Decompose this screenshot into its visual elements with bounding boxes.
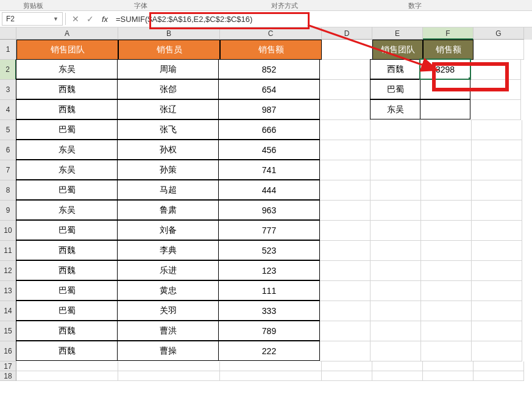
row-header-4[interactable]: 4 xyxy=(0,100,16,120)
cell-D16[interactable] xyxy=(320,341,371,361)
cell-C8[interactable]: 444 xyxy=(218,180,320,200)
cell-A10[interactable]: 巴蜀 xyxy=(16,220,118,240)
cell-B11[interactable]: 李典 xyxy=(117,240,219,260)
col-header-F[interactable]: F xyxy=(423,27,473,40)
row-header-3[interactable]: 3 xyxy=(0,80,16,100)
cell-C12[interactable]: 123 xyxy=(218,260,320,280)
cell-A16[interactable]: 西魏 xyxy=(16,341,118,361)
cell-B12[interactable]: 乐进 xyxy=(117,260,219,280)
cell-F13[interactable] xyxy=(421,281,472,301)
cell-A13[interactable]: 巴蜀 xyxy=(16,280,118,301)
cell-G16[interactable] xyxy=(472,341,522,361)
cell-F5[interactable] xyxy=(421,120,472,140)
cell-G6[interactable] xyxy=(472,140,522,160)
cell-D8[interactable] xyxy=(320,180,371,201)
cell-E15[interactable] xyxy=(371,321,421,341)
cell-D9[interactable] xyxy=(320,201,371,221)
cell-F15[interactable] xyxy=(421,321,472,341)
cell-F14[interactable] xyxy=(421,301,472,321)
cell-E3[interactable]: 巴蜀 xyxy=(370,79,420,99)
cell-B18[interactable] xyxy=(118,371,220,381)
cell-B4[interactable]: 张辽 xyxy=(117,99,219,119)
fill-handle[interactable] xyxy=(468,77,470,79)
cell-A9[interactable]: 东吴 xyxy=(16,200,118,220)
cell-D1[interactable] xyxy=(322,40,372,60)
row-header-8[interactable]: 8 xyxy=(0,180,16,201)
row-header-16[interactable]: 16 xyxy=(0,341,16,361)
cell-E17[interactable] xyxy=(372,361,423,371)
cell-F17[interactable] xyxy=(423,361,473,371)
cell-C2[interactable]: 852 xyxy=(218,59,320,79)
cell-C16[interactable]: 222 xyxy=(218,341,320,361)
cell-E18[interactable] xyxy=(372,371,423,381)
cell-E13[interactable] xyxy=(371,281,421,301)
cell-B7[interactable]: 孙策 xyxy=(117,160,219,180)
accept-formula-button[interactable]: ✓ xyxy=(83,12,98,26)
cell-D7[interactable] xyxy=(320,160,371,180)
cell-A17[interactable] xyxy=(16,361,118,371)
cell-D17[interactable] xyxy=(322,361,372,371)
cell-A18[interactable] xyxy=(16,371,118,381)
cell-F18[interactable] xyxy=(423,371,473,381)
cell-A12[interactable]: 西魏 xyxy=(16,260,118,280)
cell-B8[interactable]: 马超 xyxy=(117,180,219,200)
row-header-12[interactable]: 12 xyxy=(0,261,16,281)
cell-B13[interactable]: 黄忠 xyxy=(117,280,219,301)
cell-G14[interactable] xyxy=(472,301,522,321)
insert-function-button[interactable]: fx xyxy=(98,12,112,26)
cell-G3[interactable] xyxy=(470,80,521,100)
cell-C15[interactable]: 789 xyxy=(218,321,320,341)
cell-A7[interactable]: 东吴 xyxy=(16,160,118,180)
cell-B6[interactable]: 孙权 xyxy=(117,140,219,160)
cell-D5[interactable] xyxy=(320,120,371,140)
cell-A14[interactable]: 巴蜀 xyxy=(16,301,118,321)
row-header-5[interactable]: 5 xyxy=(0,120,16,140)
cell-B10[interactable]: 刘备 xyxy=(117,220,219,240)
cell-E16[interactable] xyxy=(371,341,421,361)
cell-E7[interactable] xyxy=(371,160,421,180)
cell-B16[interactable]: 曹操 xyxy=(117,341,219,361)
cell-C18[interactable] xyxy=(220,371,322,381)
cell-F9[interactable] xyxy=(421,201,472,221)
cell-A4[interactable]: 西魏 xyxy=(16,99,118,119)
row-header-15[interactable]: 15 xyxy=(0,321,16,341)
cell-B14[interactable]: 关羽 xyxy=(117,301,219,321)
cell-G11[interactable] xyxy=(472,241,522,261)
row-header-17[interactable]: 17 xyxy=(0,361,16,371)
col-header-G[interactable]: G xyxy=(473,27,524,40)
cell-B17[interactable] xyxy=(118,361,220,371)
row-header-7[interactable]: 7 xyxy=(0,160,16,180)
cell-D6[interactable] xyxy=(320,140,371,160)
cell-F11[interactable] xyxy=(421,241,472,261)
col-header-D[interactable]: D xyxy=(322,27,372,40)
cell-E1[interactable]: 销售团队 xyxy=(372,40,423,60)
cell-E9[interactable] xyxy=(371,201,421,221)
cell-G17[interactable] xyxy=(473,361,524,371)
cell-A6[interactable]: 东吴 xyxy=(16,140,118,160)
row-header-14[interactable]: 14 xyxy=(0,301,16,321)
cell-E2[interactable]: 西魏 xyxy=(370,59,420,79)
cell-D4[interactable] xyxy=(320,100,371,120)
cell-G1[interactable] xyxy=(473,40,524,60)
cell-G15[interactable] xyxy=(472,321,522,341)
cell-E12[interactable] xyxy=(371,261,421,281)
cell-E8[interactable] xyxy=(371,180,421,201)
cell-E5[interactable] xyxy=(371,120,421,140)
cell-B1[interactable]: 销售员 xyxy=(118,40,220,60)
row-header-18[interactable]: 18 xyxy=(0,371,16,381)
cell-F6[interactable] xyxy=(421,140,472,160)
row-header-1[interactable]: 1 xyxy=(0,40,16,60)
col-header-B[interactable]: B xyxy=(118,27,220,40)
col-header-C[interactable]: C xyxy=(220,27,322,40)
cell-D15[interactable] xyxy=(320,321,371,341)
cell-F2[interactable]: 3298 xyxy=(420,59,470,79)
cell-F1[interactable]: 销售额 xyxy=(423,40,473,60)
row-header-6[interactable]: 6 xyxy=(0,140,16,160)
cell-G7[interactable] xyxy=(472,160,522,180)
cell-B3[interactable]: 张郃 xyxy=(117,79,219,99)
cell-C5[interactable]: 666 xyxy=(218,119,320,140)
cell-G5[interactable] xyxy=(472,120,522,140)
cell-D13[interactable] xyxy=(320,281,371,301)
cell-D2[interactable] xyxy=(320,60,371,80)
cell-C1[interactable]: 销售额 xyxy=(220,40,322,60)
